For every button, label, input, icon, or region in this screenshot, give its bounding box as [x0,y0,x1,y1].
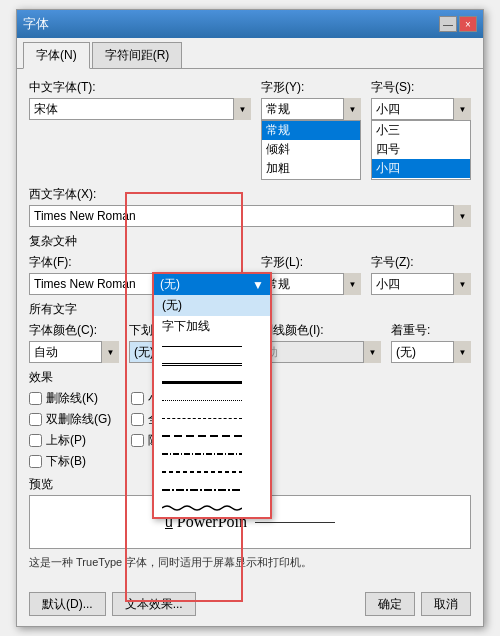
effects-left-col: 删除线(K) 双删除线(G) 上标(P) 下标(B) [29,390,111,470]
superscript-row: 上标(P) [29,432,111,449]
size-item-4[interactable]: 四号 [372,140,470,159]
complex-size-group: 字号(Z): ▼ [371,254,471,295]
dropdown-item-double[interactable] [154,355,270,373]
complex-size-input[interactable] [371,273,471,295]
size-label: 字号(S): [371,79,471,96]
dropdown-title: (无) [160,276,180,293]
style-input[interactable] [261,98,361,120]
dropdown-item-thick[interactable] [154,373,270,391]
strikethrough-label: 删除线(K) [46,390,98,407]
strikethrough-checkbox[interactable] [29,392,42,405]
size-item-small3[interactable]: 小三 [372,121,470,140]
font-color-input[interactable] [29,341,119,363]
dropdown-item-wavy[interactable] [154,499,270,517]
subscript-row: 下标(B) [29,453,111,470]
hidden-checkbox[interactable] [131,434,144,447]
info-text: 这是一种 TrueType 字体，同时适用于屏幕显示和打印机。 [29,555,471,570]
superscript-checkbox[interactable] [29,434,42,447]
dropdown-item-dash-dot[interactable] [154,445,270,463]
underline-dashed-line [162,418,242,419]
complex-style-input[interactable] [261,273,361,295]
dropdown-item-dash-long[interactable] [154,427,270,445]
underline-preview-dashed [162,411,242,425]
emphasis-group: 着重号: ▼ [391,322,471,363]
complex-size-label: 字号(Z): [371,254,471,271]
underline-preview-dash-dot [162,447,242,461]
dropdown-arrow-icon: ▼ [252,278,264,292]
cancel-button[interactable]: 取消 [421,592,471,616]
dropdown-item-char[interactable]: 字下加线 [154,316,270,337]
chinese-font-row: 中文字体(T): ▼ 字形(Y): ▼ 常规 倾斜 加粗 字 [29,79,471,180]
size-item-small4[interactable]: 小四 [372,159,470,178]
style-group: 字形(Y): ▼ 常规 倾斜 加粗 [261,79,361,180]
complex-section-title: 复杂文种 [29,233,471,250]
minimize-button[interactable]: — [439,16,457,32]
underline-preview-dash-long [162,429,242,443]
tab-spacing[interactable]: 字符间距(R) [92,42,183,68]
font-color-group: 字体颜色(C): ▼ [29,322,119,363]
western-font-select-wrapper: ▼ [29,205,471,227]
dropdown-item-dashed2[interactable] [154,463,270,481]
chinese-font-input[interactable] [29,98,251,120]
style-item-regular[interactable]: 常规 [262,121,360,140]
complex-style-group: 字形(L): ▼ [261,254,361,295]
subscript-label: 下标(B) [46,453,86,470]
default-button[interactable]: 默认(D)... [29,592,106,616]
complex-style-label: 字形(L): [261,254,361,271]
dropdown-char-label: 字下加线 [162,318,210,335]
style-item-bold[interactable]: 加粗 [262,159,360,178]
chinese-font-select-wrapper: ▼ [29,98,251,120]
double-strikethrough-checkbox[interactable] [29,413,42,426]
emphasis-input[interactable] [391,341,471,363]
dropdown-item-single[interactable] [154,337,270,355]
underline-dash-long-line [162,435,242,437]
double-strikethrough-label: 双删除线(G) [46,411,111,428]
all-caps-checkbox[interactable] [131,413,144,426]
underline-dotted-line [162,400,242,401]
size-list[interactable]: 小三 四号 小四 [371,120,471,180]
dropdown-item-none[interactable]: (无) [154,295,270,316]
complex-font-label: 字体(F): [29,254,251,271]
underline-dash-dot-line [162,453,242,455]
underline-dashed2-line [162,471,242,473]
complex-style-select-wrapper: ▼ [261,273,361,295]
dropdown-header: (无) ▼ [154,274,270,295]
dropdown-item-dashed[interactable] [154,409,270,427]
western-font-label: 西文字体(X): [29,186,471,203]
underline-single-line [162,346,242,347]
underline-preview-dotted [162,393,242,407]
style-list[interactable]: 常规 倾斜 加粗 [261,120,361,180]
style-item-italic[interactable]: 倾斜 [262,140,360,159]
font-color-label: 字体颜色(C): [29,322,119,339]
text-effect-button[interactable]: 文本效果... [112,592,196,616]
size-select-wrapper: ▼ [371,98,471,120]
small-caps-checkbox[interactable] [131,392,144,405]
tab-bar: 字体(N) 字符间距(R) [17,38,483,69]
subscript-checkbox[interactable] [29,455,42,468]
dropdown-item-dash-dot2[interactable] [154,481,270,499]
size-input[interactable] [371,98,471,120]
title-controls: — × [439,16,477,32]
dropdown-none-label: (无) [162,297,182,314]
underline-thick-line [162,381,242,384]
font-dialog: 字体 — × 字体(N) 字符间距(R) 中文字体(T): ▼ 字形(Y): [16,9,484,627]
underline-preview-double [162,357,242,371]
emphasis-select-wrapper: ▼ [391,341,471,363]
underline-preview-dashed2 [162,465,242,479]
dropdown-item-dotted[interactable] [154,391,270,409]
western-font-group: 西文字体(X): ▼ [29,186,471,227]
bottom-right-buttons: 确定 取消 [365,592,471,616]
tab-font[interactable]: 字体(N) [23,42,90,69]
western-font-row: 西文字体(X): ▼ [29,186,471,227]
underline-dropdown[interactable]: (无) ▼ (无) 字下加线 [152,272,272,519]
underline-double-line [162,363,242,366]
underline-preview-thick [162,375,242,389]
bottom-left-buttons: 默认(D)... 文本效果... [29,592,196,616]
chinese-font-label: 中文字体(T): [29,79,251,96]
western-font-input[interactable] [29,205,471,227]
complex-size-select-wrapper: ▼ [371,273,471,295]
size-group: 字号(S): ▼ 小三 四号 小四 [371,79,471,180]
strikethrough-row: 删除线(K) [29,390,111,407]
close-button[interactable]: × [459,16,477,32]
ok-button[interactable]: 确定 [365,592,415,616]
